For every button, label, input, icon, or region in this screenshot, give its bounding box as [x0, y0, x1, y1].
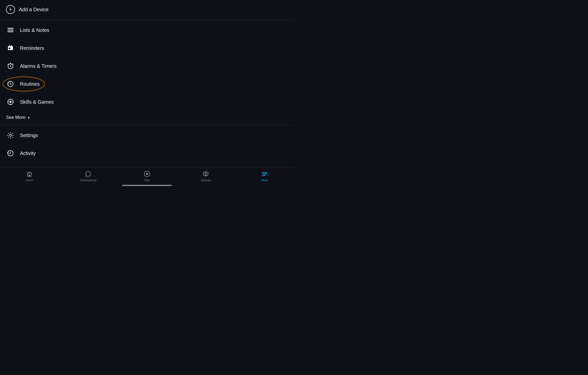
menu-item-activity[interactable]: Activity [0, 144, 294, 162]
add-device-label: Add a Device [19, 7, 49, 12]
settings-icon [6, 131, 15, 140]
bottom-nav: Home Communicate Play D [0, 167, 294, 187]
alarm-icon [6, 62, 15, 71]
see-more-row[interactable]: See More ▾ [0, 111, 294, 124]
activity-icon [6, 149, 15, 158]
svg-rect-2 [7, 31, 13, 32]
nav-item-communicate[interactable]: Communicate [59, 170, 118, 182]
svg-rect-4 [9, 45, 10, 47]
add-device-icon: + [6, 5, 15, 14]
chevron-down-icon: ▾ [28, 116, 30, 120]
menu-label-reminders: Reminders [20, 45, 44, 51]
add-device-row[interactable]: + Add a Device [0, 0, 294, 19]
svg-rect-0 [7, 28, 13, 29]
skills-icon [6, 97, 15, 106]
svg-point-12 [9, 101, 11, 103]
communicate-icon [84, 170, 92, 178]
routines-icon [6, 79, 15, 88]
see-more-label: See More [6, 115, 25, 120]
menu-item-help-feedback[interactable]: Help & Feedback [0, 162, 294, 167]
svg-rect-5 [11, 45, 12, 47]
menu-label-activity: Activity [20, 150, 36, 156]
nav-item-devices[interactable]: Devices [176, 170, 235, 182]
svg-point-17 [9, 134, 11, 136]
nav-label-communicate: Communicate [80, 179, 97, 182]
list-icon [6, 26, 15, 35]
menu-item-settings[interactable]: Settings [0, 126, 294, 144]
menu-label-alarms-timers: Alarms & Timers [20, 63, 57, 69]
svg-point-26 [205, 173, 207, 174]
menu-item-reminders[interactable]: Reminders [0, 39, 294, 57]
play-icon [143, 170, 151, 178]
menu-item-skills-games[interactable]: Skills & Games [0, 93, 294, 111]
nav-label-more: More [261, 179, 268, 182]
nav-item-play[interactable]: Play [118, 170, 176, 182]
nav-label-home: Home [26, 179, 33, 182]
home-indicator [122, 185, 172, 186]
middle-divider [0, 125, 294, 125]
svg-rect-29 [262, 175, 265, 176]
nav-item-more[interactable]: More [235, 170, 294, 182]
more-icon [261, 170, 268, 178]
reminder-icon [6, 44, 15, 53]
menu-label-skills-games: Skills & Games [20, 99, 54, 105]
nav-item-home[interactable]: Home [0, 170, 59, 182]
home-icon [26, 170, 33, 178]
nav-label-devices: Devices [201, 179, 211, 182]
svg-rect-28 [262, 174, 267, 174]
menu-label-lists-notes: Lists & Notes [20, 27, 49, 33]
svg-marker-24 [146, 173, 149, 175]
menu-item-lists-notes[interactable]: Lists & Notes [0, 21, 294, 39]
devices-icon [202, 170, 210, 178]
svg-rect-27 [262, 172, 267, 173]
nav-label-play: Play [144, 179, 149, 182]
menu-label-routines: Routines [20, 81, 40, 87]
menu-label-settings: Settings [20, 133, 38, 138]
main-content: + Add a Device Lists & Notes [0, 0, 294, 167]
menu-item-routines[interactable]: Routines [0, 75, 294, 93]
top-divider [0, 20, 294, 20]
svg-rect-9 [10, 63, 11, 64]
menu-item-alarms-timers[interactable]: Alarms & Timers [0, 57, 294, 75]
svg-rect-22 [29, 175, 30, 176]
svg-rect-1 [7, 30, 13, 30]
